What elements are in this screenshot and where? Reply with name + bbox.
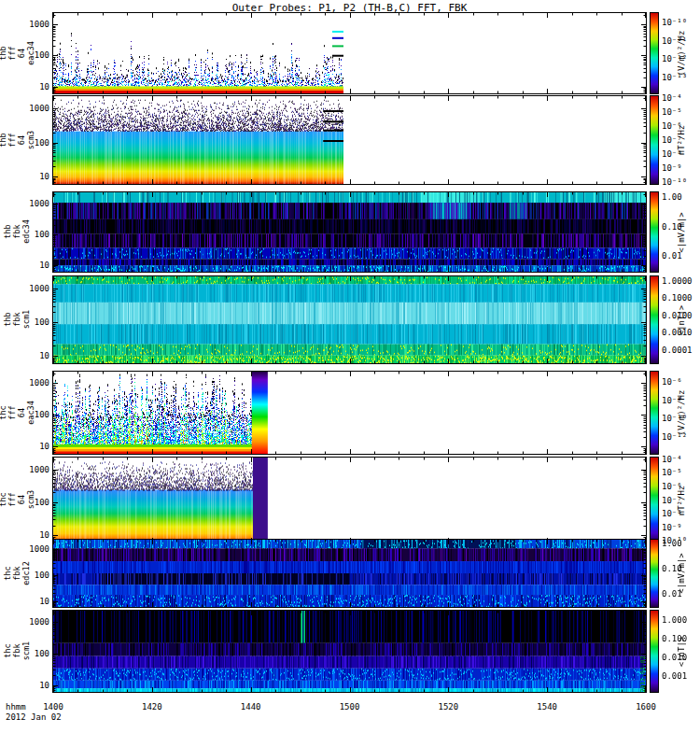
ytick-label: 1000 xyxy=(29,199,49,208)
ytick-label: 100 xyxy=(35,50,49,60)
ytick-label: 1000 xyxy=(29,544,49,554)
xtick-label: 1520 xyxy=(438,702,458,712)
spectrogram-canvas-thb-fff-64-scm3 xyxy=(52,95,647,185)
time-axis-label: hhmm xyxy=(6,702,26,712)
ytick-label: 1000 xyxy=(29,617,49,627)
ytick-label: 10 xyxy=(39,172,49,181)
y-axis-ticks: 100010010 xyxy=(0,276,50,363)
ytick-label: 100 xyxy=(35,230,49,239)
xtick-label: 1420 xyxy=(142,702,162,712)
y-axis-ticks: 100010010 xyxy=(0,13,50,93)
ytick-label: 10 xyxy=(39,681,49,690)
ytick-label: 100 xyxy=(35,571,49,580)
ytick-label: 1000 xyxy=(29,20,49,29)
colorbar-unit-label: <|nT|> xyxy=(668,276,694,363)
ytick-label: 1000 xyxy=(29,465,49,474)
y-axis-ticks: 100010010 xyxy=(0,458,50,543)
ytick-label: 100 xyxy=(35,138,49,148)
spectrogram-figure: Outer Probes: P1, P2 (TH-B,C) FFT, FBK t… xyxy=(0,0,700,747)
ytick-label: 10 xyxy=(39,261,49,270)
ytick-label: 10 xyxy=(39,442,49,451)
ytick-label: 100 xyxy=(35,649,49,658)
xtick-label: 1540 xyxy=(537,702,557,712)
generation-stamp: 2012-01-02 xyxy=(637,648,650,700)
ytick-label: 1000 xyxy=(29,104,49,113)
colorbar-thc-fff-64-scm3 xyxy=(650,457,659,543)
spectrogram-canvas-thc-fbk-scm1 xyxy=(52,610,647,693)
y-axis-ticks: 100010010 xyxy=(0,96,50,184)
colorbar-unit-text: (V/m)²/Hz xyxy=(677,31,686,77)
colorbar-unit-text: <|mV/m|> xyxy=(677,553,686,593)
ytick-label: 100 xyxy=(35,498,49,507)
ytick-label: 10 xyxy=(39,530,49,540)
y-axis-ticks: 100010010 xyxy=(0,192,50,272)
y-axis-ticks: 100010010 xyxy=(0,540,50,607)
colorbar-unit-label: <|mV/m|> xyxy=(668,540,694,607)
colorbar-unit-label: nT²/Hz xyxy=(668,458,694,543)
ytick-label: 10 xyxy=(39,82,49,92)
colorbar-unit-text: (V/m)²/Hz xyxy=(677,390,686,436)
date-label: 2012 Jan 02 xyxy=(6,712,62,722)
colorbar-unit-text: nT²/Hz xyxy=(677,485,686,515)
colorbar-unit-text: <|mV/m|> xyxy=(677,212,686,252)
spectrogram-canvas-thb-fbk-edc34 xyxy=(52,191,647,273)
xtick-label: 1500 xyxy=(340,702,360,712)
colorbar-unit-label: (V/m)²/Hz xyxy=(668,372,694,454)
spectrogram-canvas-thc-fff-64-scm3 xyxy=(52,457,647,543)
colorbar-unit-label: (V/m)²/Hz xyxy=(668,13,694,93)
xtick-label: 1600 xyxy=(636,702,656,712)
spectrogram-canvas-thc-fbk-edc12 xyxy=(52,539,647,608)
y-axis-ticks: 100010010 xyxy=(0,372,50,454)
colorbar-unit-text: <|nT|> xyxy=(677,304,686,335)
colorbar-thc-fff-64-eac34 xyxy=(650,371,659,455)
ytick-label: 100 xyxy=(35,317,49,327)
ytick-label: 10 xyxy=(39,597,49,606)
spectrogram-canvas-thb-fff-64-eac34 xyxy=(52,12,647,94)
colorbar-unit-label: nT²/Hz xyxy=(668,96,694,184)
spectrogram-canvas-thc-fff-64-eac34 xyxy=(52,371,647,455)
colorbar-thb-fff-64-scm3 xyxy=(650,95,659,185)
colorbar-unit-text: <|nT|> xyxy=(677,636,686,667)
colorbar-thb-fbk-scm1 xyxy=(650,275,659,364)
colorbar-unit-text: nT²/Hz xyxy=(677,125,686,156)
ytick-label: 1000 xyxy=(29,378,49,388)
colorbar-thb-fbk-edc34 xyxy=(650,191,659,273)
ytick-label: 1000 xyxy=(29,284,49,293)
colorbar-unit-label: <|nT|> xyxy=(668,611,694,692)
xtick-label: 1440 xyxy=(241,702,261,712)
colorbar-unit-label: <|mV/m|> xyxy=(668,192,694,272)
colorbar-thc-fbk-scm1 xyxy=(650,610,659,693)
colorbar-thb-fff-64-eac34 xyxy=(650,12,659,94)
colorbar-thc-fbk-edc12 xyxy=(650,539,659,608)
y-axis-ticks: 100010010 xyxy=(0,611,50,692)
xtick-label: 1400 xyxy=(43,702,63,712)
spectrogram-canvas-thb-fbk-scm1 xyxy=(52,275,647,364)
ytick-label: 100 xyxy=(35,410,49,419)
ytick-label: 10 xyxy=(39,351,49,360)
